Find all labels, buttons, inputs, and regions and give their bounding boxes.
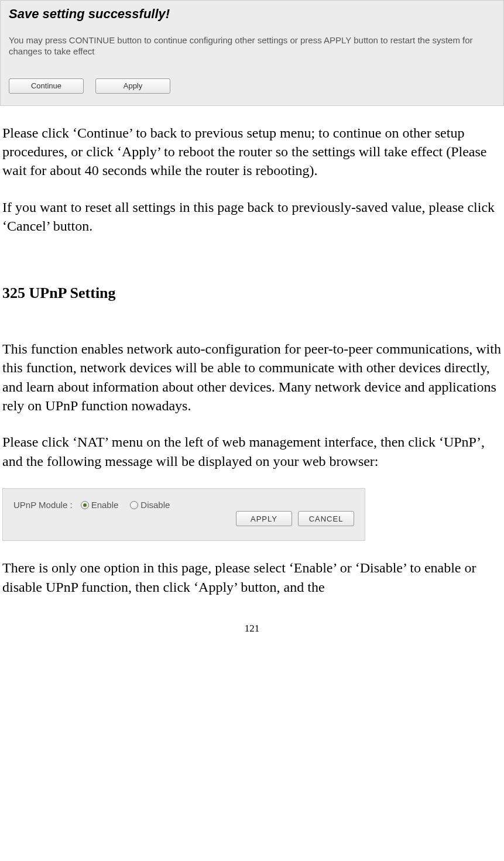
upnp-cancel-button[interactable]: CANCEL [298, 511, 354, 526]
paragraph-enable-disable: There is only one option in this page, p… [2, 558, 502, 596]
continue-button[interactable]: Continue [9, 78, 84, 94]
apply-button[interactable]: Apply [95, 78, 170, 94]
upnp-disable-label: Disable [140, 499, 170, 511]
upnp-enable-label: Enable [91, 499, 119, 511]
upnp-module-label: UPnP Module : [13, 499, 73, 511]
dialog-button-row: Continue Apply [9, 78, 495, 94]
upnp-disable-radio[interactable]: Disable [130, 499, 170, 511]
save-setting-heading: Save setting successfully! [9, 5, 495, 23]
paragraph-nat-instruction: Please click ‘NAT’ menu on the left of w… [2, 433, 502, 471]
upnp-module-row: UPnP Module : Enable Disable [13, 499, 354, 511]
paragraph-upnp-desc: This function enables network auto-confi… [2, 339, 502, 416]
paragraph-continue-apply: Please click ‘Continue’ to back to previ… [2, 124, 502, 180]
radio-icon [130, 501, 138, 509]
save-setting-dialog: Save setting successfully! You may press… [0, 0, 504, 106]
page-content: Please click ‘Continue’ to back to previ… [0, 124, 504, 636]
radio-icon [81, 501, 89, 509]
upnp-apply-button[interactable]: APPLY [236, 511, 292, 526]
section-heading-upnp: 3­2­5 UPnP Setting [2, 283, 502, 303]
upnp-module-dialog: UPnP Module : Enable Disable APPLY CANCE… [2, 488, 365, 541]
save-setting-description: You may press CONTINUE button to continu… [9, 35, 495, 57]
upnp-button-row: APPLY CANCEL [236, 511, 354, 526]
upnp-enable-radio[interactable]: Enable [81, 499, 119, 511]
page-number: 121 [2, 622, 502, 636]
paragraph-cancel-hint: If you want to reset all settings in thi… [2, 198, 502, 236]
